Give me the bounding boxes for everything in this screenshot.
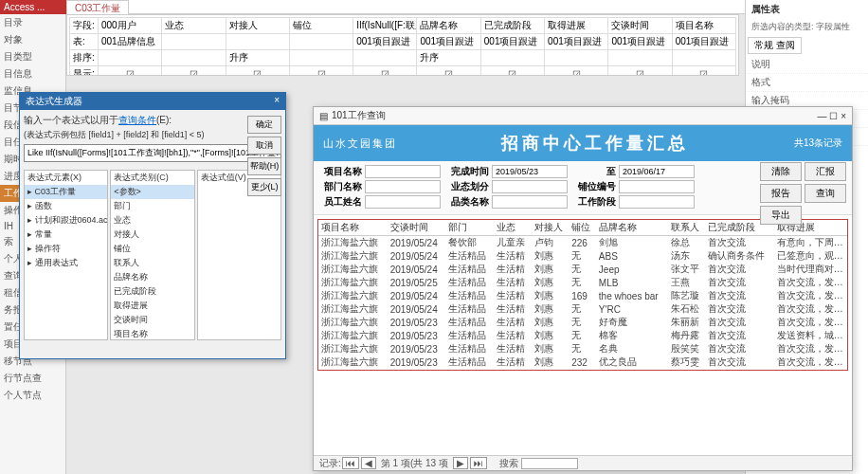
filter-label: 完成时间 [446, 165, 492, 178]
dialog-title: 表达式生成器 [26, 95, 82, 108]
criteria-link[interactable]: 查询条件 [118, 115, 156, 125]
filter-label: 铺位编号 [573, 180, 619, 193]
column-header[interactable]: 部门 [445, 220, 494, 236]
report-window-title: 101工作查询 [332, 109, 386, 122]
table-row[interactable]: 浙江海盐六旗2019/05/24生活精品生活精刘惠无Y'RC朱石松首次交流首次交… [318, 302, 847, 316]
expr-item[interactable]: 已完成阶段 [111, 284, 193, 299]
cancel-button[interactable]: 取消 [247, 137, 281, 155]
expr-item[interactable]: ▸ 计划和跟进0604.accdb [25, 213, 107, 228]
report-window-header: ▤ 101工作查询 — ☐ × [314, 107, 852, 125]
filter-panel: 项目名称完成时间2019/05/23至2019/06/17部门名称业态划分铺位编… [314, 161, 852, 215]
table-row[interactable]: 浙江海盐六旗2019/05/23生活精品生活精刘惠无遇见新韩朱凯首次交流首次交流… [318, 369, 847, 371]
table-row[interactable]: 浙江海盐六旗2019/05/24生活精品生活精刘惠无ABS汤东确认商务条件已签意… [318, 249, 847, 263]
filter-input[interactable] [365, 195, 441, 209]
record-count: 共13条记录 [794, 137, 842, 150]
expr-item[interactable]: 铺位 [111, 242, 193, 256]
expr-item[interactable]: 联系人 [111, 256, 193, 270]
expr-item[interactable]: ▸ 常量 [25, 228, 107, 242]
action-button[interactable]: 汇报 [805, 162, 846, 181]
table-row[interactable]: 浙江海盐六旗2019/05/25生活精品生活精刘惠无MLB王燕首次交流首次交流，… [318, 276, 847, 289]
nav-item[interactable]: 对象 [0, 31, 65, 48]
property-tabs[interactable]: 常规 查阅 [748, 37, 802, 54]
filter-label: 品类名称 [446, 195, 492, 209]
expr-elements-col[interactable]: 表达式元素(X) ▸ C03工作量▸ 函数▸ 计划和跟进0604.accdb▸ … [24, 170, 108, 340]
expr-item[interactable]: ▸ 通用表达式 [25, 256, 107, 270]
action-button[interactable]: 查询 [805, 184, 846, 203]
nav-item[interactable]: 目信息 [0, 65, 65, 82]
table-row[interactable]: 浙江海盐六旗2019/05/24生活精品生活精刘惠169the whoes ba… [318, 289, 847, 302]
dialog-titlebar: 表达式生成器 × [20, 93, 285, 110]
filter-input[interactable] [619, 195, 695, 209]
table-row[interactable]: 浙江海盐六旗2019/05/23生活精品生活精刘惠无棉客梅丹露首次交流发送资料，… [318, 329, 847, 342]
property-row[interactable]: 说明 [746, 56, 868, 74]
property-title: 属性表 [746, 0, 868, 19]
expr-item[interactable]: ▸ 函数 [25, 199, 107, 213]
table-row[interactable]: 浙江海盐六旗2019/05/23生活精品生活精刘惠无好奇魔朱丽新首次交流首次交流… [318, 316, 847, 329]
filter-label: 工作阶段 [573, 195, 619, 209]
query-design-grid[interactable]: 字段:000用户业态对接人铺位IIf(IsNull([F:联系人品牌名称已完成阶… [66, 14, 739, 76]
property-subtitle: 所选内容的类型: 字段属性 [746, 19, 868, 35]
table-row[interactable]: 浙江海盐六旗2019/05/24生活精品生活精刘惠无Jeep张文平首次交流当时代… [318, 263, 847, 276]
banner-title: 招商中心工作量汇总 [501, 132, 689, 155]
column-header[interactable]: 联系人 [668, 220, 706, 236]
expression-input[interactable]: Like IIf(IsNull([Forms]![101工作查询]![bh1])… [24, 144, 281, 162]
nav-prev-icon[interactable]: ◀ [361, 457, 376, 469]
expr-item[interactable]: 对接人 [111, 228, 193, 242]
nav-next-icon[interactable]: ▶ [453, 457, 468, 469]
expr-item[interactable]: 品牌名称 [111, 270, 193, 284]
column-header[interactable]: 对接人 [532, 220, 570, 236]
nav-search-input[interactable] [521, 458, 578, 469]
expr-item[interactable]: 交谈时间 [111, 313, 193, 327]
less-button[interactable]: 更少(L) [247, 178, 281, 196]
column-header[interactable]: 品牌名称 [596, 220, 668, 236]
property-row[interactable]: 格式 [746, 74, 868, 92]
filter-input[interactable] [492, 180, 568, 193]
nav-item[interactable]: 目录 [0, 14, 65, 31]
record-navigator: 记录: ⏮ ◀ 第 1 项(共 13 项 ▶ ⏭ 搜索 [314, 455, 852, 470]
filter-input[interactable] [492, 195, 568, 209]
filter-input[interactable]: 2019/05/23 [492, 165, 568, 178]
app-title: Access ... [0, 0, 66, 14]
action-button[interactable]: 导出 [760, 206, 802, 225]
nav-item[interactable]: 目类型 [0, 48, 65, 65]
column-header[interactable]: 交谈时间 [388, 220, 446, 236]
filter-input[interactable] [365, 180, 441, 193]
table-row[interactable]: 浙江海盐六旗2019/05/23生活精品生活精刘惠232优之良品蔡巧雯首次交流首… [318, 356, 847, 369]
nav-last-icon[interactable]: ⏭ [470, 457, 487, 469]
banner-logo: 山水文园集团 [323, 137, 397, 151]
filter-input[interactable] [365, 165, 441, 178]
table-row[interactable]: 浙江海盐六旗2019/05/23生活精品生活精刘惠无名典殷笑笑首次交流首次交流，… [318, 342, 847, 356]
dialog-hint: 输入一个表达式以用于查询条件(E): [24, 114, 281, 127]
expr-item[interactable]: ▸ C03工作量 [25, 185, 107, 199]
help-button[interactable]: 帮助(H) [247, 157, 281, 175]
filter-label: 部门名称 [319, 180, 365, 193]
ok-button[interactable]: 确定 [247, 116, 281, 134]
expr-categories-col[interactable]: 表达式类别(C) <参数>部门业态对接人铺位联系人品牌名称已完成阶段取得进展交谈… [110, 170, 194, 340]
filter-input[interactable] [619, 180, 695, 193]
close-icon[interactable]: × [274, 95, 280, 108]
nav-item[interactable]: 个人节点 [0, 387, 65, 404]
expr-item[interactable]: <参数> [111, 185, 193, 199]
action-button[interactable]: 报告 [760, 184, 802, 203]
expr-item[interactable]: 部门 [111, 199, 193, 213]
report-window: ▤ 101工作查询 — ☐ × 山水文园集团 招商中心工作量汇总 共13条记录 … [313, 106, 853, 471]
expr-item[interactable]: 取得进展 [111, 299, 193, 313]
column-header[interactable]: 铺位 [569, 220, 596, 236]
nav-first-icon[interactable]: ⏮ [342, 457, 359, 469]
expr-item[interactable]: 项目名称 [111, 327, 193, 340]
nav-item[interactable]: 行节点查 [0, 370, 65, 387]
filter-label: 业态划分 [446, 180, 492, 193]
form-icon: ▤ [319, 111, 328, 121]
column-header[interactable]: 项目名称 [318, 220, 388, 236]
minimize-icon[interactable]: — ☐ × [818, 111, 846, 121]
nav-search-label: 搜索 [499, 457, 518, 470]
table-row[interactable]: 浙江海盐六旗2019/05/24餐饮部儿童亲卢钧226剑旭徐总首次交流有意向，下… [318, 236, 847, 250]
expr-item[interactable]: ▸ 操作符 [25, 242, 107, 256]
filter-input[interactable]: 2019/06/17 [619, 165, 695, 178]
data-grid[interactable]: 项目名称交谈时间部门业态对接人铺位品牌名称联系人已完成阶段取得进展浙江海盐六旗2… [317, 219, 848, 371]
column-header[interactable]: 业态 [494, 220, 532, 236]
filter-label: 员工姓名 [319, 195, 365, 209]
dialog-sample: (表达式示例包括 [field1] + [field2] 和 [field1] … [24, 129, 281, 141]
action-button[interactable]: 清除 [760, 162, 802, 181]
expr-item[interactable]: 业态 [111, 213, 193, 228]
